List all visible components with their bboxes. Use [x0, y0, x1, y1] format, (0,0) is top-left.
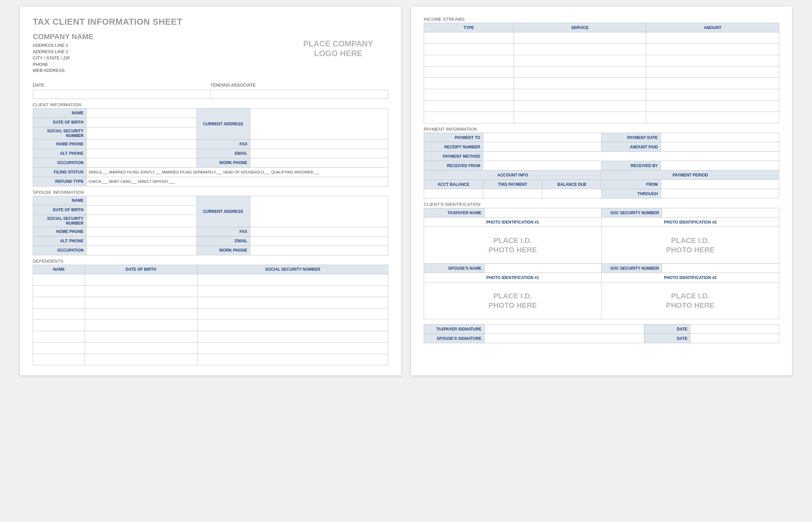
taxpayer-photo-1-placeholder[interactable]: PLACE I.D. PHOTO HERE — [424, 227, 602, 264]
from-field[interactable] — [661, 180, 779, 189]
tending-associate-label: TENDING ASSOCIATE — [210, 81, 388, 90]
spouse-home-phone-field[interactable] — [86, 227, 197, 236]
refund-type-options[interactable]: CHECK___ DEBIT CARD___ DIRECT DEPOSIT___ — [86, 177, 388, 186]
spouse-email-field[interactable] — [250, 236, 388, 246]
spouse-ssn-field[interactable] — [86, 215, 197, 227]
spouse-ssn-id-field[interactable] — [662, 264, 779, 273]
label-through: THROUGH — [602, 189, 661, 199]
label-spouse-fax: FAX — [197, 227, 250, 236]
spouse-work-phone-field[interactable] — [250, 246, 388, 255]
table-row — [424, 112, 779, 123]
spouse-photo-2-placeholder[interactable]: PLACE I.D. PHOTO HERE — [602, 282, 779, 319]
client-dob-field[interactable] — [86, 118, 197, 127]
tending-associate-field[interactable] — [210, 90, 388, 99]
table-row — [33, 297, 388, 308]
client-fax-field[interactable] — [250, 139, 388, 149]
label-photo-id-1-spouse: PHOTO IDENTIFICATION #1 — [424, 273, 602, 282]
client-name-field[interactable] — [86, 108, 197, 118]
filing-status-options[interactable]: SINGLE___ MARRIED FILING JOINTLY___ MARR… — [86, 167, 388, 177]
label-received-by: RECEIVED BY — [602, 161, 661, 170]
payment-to-field[interactable] — [483, 133, 602, 142]
section-income-streams: INCOME STREAMS — [424, 17, 779, 22]
spouses-name-field[interactable] — [484, 264, 602, 273]
section-client-info: CLIENT INFORMATION — [33, 102, 388, 107]
payment-date-field[interactable] — [661, 133, 779, 142]
label-spouse-dob: DATE OF BIRTH — [33, 205, 86, 215]
label-dob: DATE OF BIRTH — [33, 118, 86, 127]
amount-paid-field[interactable] — [661, 142, 779, 152]
label-work-phone: WORK PHONE — [197, 158, 250, 167]
received-from-field[interactable] — [483, 161, 602, 170]
table-row — [424, 44, 779, 55]
table-row — [33, 320, 388, 331]
label-spouse-occupation: OCCUPATION — [33, 246, 86, 255]
label-filing-status: FILING STATUS — [33, 167, 86, 177]
label-from: FROM — [602, 180, 661, 189]
receipt-number-field[interactable] — [483, 142, 602, 152]
section-clients-identification: CLIENT'S IDENTIFICATION — [424, 202, 779, 207]
taxpayer-signature-field[interactable] — [484, 324, 644, 334]
label-spouse-soc-sec-number: SOC SECURITY NUMBER — [602, 264, 662, 273]
inc-col-service: SERVICE — [513, 23, 646, 33]
balance-due-field[interactable] — [542, 189, 602, 199]
acct-balance-field[interactable] — [424, 189, 483, 199]
spouse-photo-1-placeholder[interactable]: PLACE I.D. PHOTO HERE — [424, 282, 602, 319]
company-info: COMPANY NAME ADDRESS LINE 1 ADDRESS LINE… — [33, 33, 93, 74]
client-address-field[interactable] — [250, 108, 388, 139]
table-row — [424, 55, 779, 66]
through-field[interactable] — [661, 189, 779, 199]
city-state-zip: CITY / STATE / ZIP — [33, 55, 93, 61]
table-row — [424, 89, 779, 101]
client-info-table: NAME CURRENT ADDRESS DATE OF BIRTH SOCIA… — [33, 108, 388, 186]
label-email: EMAIL — [197, 149, 250, 158]
dep-col-dob: DATE OF BIRTH — [85, 265, 197, 274]
taxpayer-name-field[interactable] — [484, 208, 602, 218]
label-taxpayer-name: TAXPAYER NAME — [424, 208, 485, 218]
company-web: WEB ADDRESS — [33, 67, 93, 74]
page-left: TAX CLIENT INFORMATION SHEET COMPANY NAM… — [20, 7, 401, 375]
label-taxpayer-signature: TAXPAYER SIGNATURE — [424, 324, 485, 334]
address-line-2: ADDRESS LINE 2 — [33, 49, 93, 55]
table-row — [33, 342, 388, 354]
date-field[interactable] — [33, 90, 211, 99]
spouse-dob-field[interactable] — [86, 205, 197, 215]
label-sig-date-2: DATE — [644, 334, 690, 343]
client-work-phone-field[interactable] — [250, 158, 388, 167]
taxpayer-sig-date-field[interactable] — [690, 324, 779, 334]
section-dependents: DEPENDENTS — [33, 259, 388, 264]
spouse-address-field[interactable] — [250, 196, 388, 227]
date-label: DATE — [33, 81, 211, 90]
label-occupation: OCCUPATION — [33, 158, 86, 167]
document-title: TAX CLIENT INFORMATION SHEET — [33, 17, 388, 27]
table-row — [33, 331, 388, 342]
label-spouses-name: SPOUSE'S NAME — [424, 264, 485, 273]
client-email-field[interactable] — [250, 149, 388, 158]
client-ssn-field[interactable] — [86, 127, 197, 139]
label-sig-date-1: DATE — [644, 324, 690, 334]
spouse-fax-field[interactable] — [250, 227, 388, 236]
label-spouses-signature: SPOUSE'S SIGNATURE — [424, 334, 485, 343]
section-spouse-info: SPOUSE INFORMATION — [33, 190, 388, 195]
client-alt-phone-field[interactable] — [86, 149, 197, 158]
label-payment-to: PAYMENT TO — [424, 133, 483, 142]
label-ssn: SOCIAL SECURITY NUMBER — [33, 127, 86, 139]
label-spouse-work-phone: WORK PHONE — [197, 246, 250, 255]
this-payment-field[interactable] — [483, 189, 542, 199]
spouse-occupation-field[interactable] — [86, 246, 197, 255]
spouses-sig-date-field[interactable] — [690, 334, 779, 343]
payment-method-field[interactable] — [483, 152, 779, 161]
label-alt-phone: ALT. PHONE — [33, 149, 86, 158]
label-home-phone: HOME PHONE — [33, 139, 86, 149]
label-photo-id-1-taxpayer: PHOTO IDENTIFICATION #1 — [424, 218, 602, 227]
client-home-phone-field[interactable] — [86, 139, 197, 149]
client-occupation-field[interactable] — [86, 158, 197, 167]
spouse-alt-phone-field[interactable] — [86, 236, 197, 246]
table-row — [424, 33, 779, 44]
label-spouse-home-phone: HOME PHONE — [33, 227, 86, 236]
taxpayer-photo-2-placeholder[interactable]: PLACE I.D. PHOTO HERE — [602, 227, 779, 264]
spouses-signature-field[interactable] — [484, 334, 644, 343]
received-by-field[interactable] — [661, 161, 779, 170]
table-row — [424, 66, 779, 78]
spouse-name-field[interactable] — [86, 196, 197, 205]
taxpayer-ssn-field[interactable] — [662, 208, 779, 218]
